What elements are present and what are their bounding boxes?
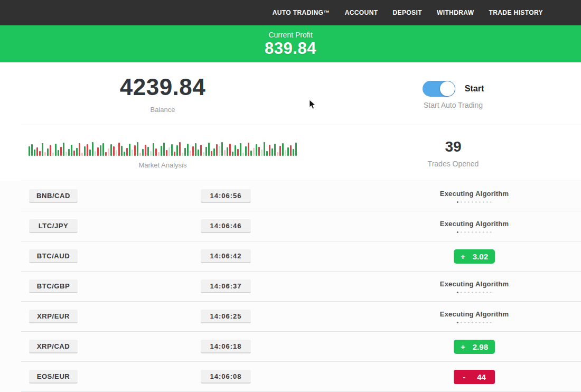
current-profit-value: 839.84 <box>0 40 581 58</box>
pair-badge: BNB/CAD <box>29 189 78 203</box>
auto-trading-app: AUTO TRADING™ ACCOUNT DEPOSIT WITHDRAW T… <box>0 0 581 392</box>
progress-dots <box>457 231 492 233</box>
current-profit-banner: Current Profit 839.84 <box>0 25 581 62</box>
nav-deposit[interactable]: DEPOSIT <box>392 9 421 16</box>
pair-badge: LTC/JPY <box>29 219 78 233</box>
nav-withdraw[interactable]: WITHDRAW <box>437 9 474 16</box>
market-analysis-label: Market Analysis <box>138 161 186 169</box>
time-badge: 14:06:46 <box>201 219 251 233</box>
current-profit-label: Current Profit <box>0 31 581 39</box>
trade-row: XRP/CAD 14:06:18 + 2.98 <box>0 332 581 362</box>
executing-algorithm-label: Executing Algorithm <box>440 310 509 318</box>
toggle-knob <box>440 81 455 96</box>
progress-dots <box>457 322 492 323</box>
profit-value: 3.02 <box>473 252 488 261</box>
executing-algorithm-label: Executing Algorithm <box>440 190 509 198</box>
pair-badge: EOS/EUR <box>29 370 78 384</box>
time-badge: 14:06:56 <box>201 189 251 203</box>
loss-value: 44 <box>477 372 486 381</box>
trade-row: BNB/CAD 14:06:56 Executing Algorithm <box>0 181 581 211</box>
trade-status: + 3.02 <box>454 241 495 272</box>
loss-badge: - 44 <box>454 370 495 384</box>
market-section: Market Analysis 39 Trades Opened <box>0 125 581 181</box>
profit-value: 2.98 <box>473 342 488 351</box>
top-navbar: AUTO TRADING™ ACCOUNT DEPOSIT WITHDRAW T… <box>0 0 581 25</box>
market-analysis-chart <box>29 141 297 156</box>
trade-status: + 2.98 <box>454 332 495 362</box>
time-badge: 14:06:08 <box>201 370 251 384</box>
profit-sign: + <box>461 252 465 261</box>
start-auto-trading-caption: Start Auto Trading <box>424 101 483 109</box>
pair-badge: XRP/EUR <box>29 310 78 323</box>
toggle-start-label: Start <box>465 84 484 94</box>
trades-list: BNB/CAD 14:06:56 Executing Algorithm LTC… <box>0 181 581 392</box>
profit-sign: + <box>461 342 465 351</box>
trade-row: BTC/AUD 14:06:42 + 3.02 <box>0 241 581 272</box>
time-badge: 14:06:37 <box>201 279 251 293</box>
trade-status: Executing Algorithm <box>440 181 509 211</box>
pair-badge: XRP/CAD <box>29 340 78 353</box>
balance-value: 4239.84 <box>120 74 206 100</box>
loss-sign: - <box>463 372 465 381</box>
trade-row: XRP/EUR 14:06:25 Executing Algorithm <box>0 302 581 332</box>
trade-row: EOS/EUR 14:06:08 - 44 <box>0 362 581 392</box>
trade-status: Executing Algorithm <box>440 302 509 332</box>
time-badge: 14:06:25 <box>201 310 251 323</box>
auto-trading-toggle[interactable] <box>423 81 455 97</box>
time-badge: 14:06:42 <box>201 249 251 263</box>
trade-status: - 44 <box>454 362 495 392</box>
pair-badge: BTC/AUD <box>29 249 78 263</box>
trades-opened-value: 39 <box>445 138 461 155</box>
trade-status: Executing Algorithm <box>440 211 509 241</box>
progress-dots <box>457 201 492 203</box>
balance-section: 4239.84 Balance Start Start Auto Trading <box>0 62 581 125</box>
balance-label: Balance <box>151 106 175 114</box>
pair-badge: BTC/GBP <box>29 279 78 293</box>
time-badge: 14:06:18 <box>201 340 251 353</box>
executing-algorithm-label: Executing Algorithm <box>440 220 509 228</box>
trade-row: LTC/JPY 14:06:46 Executing Algorithm <box>0 211 581 241</box>
trade-row: BTC/GBP 14:06:37 Executing Algorithm <box>0 272 581 302</box>
profit-badge: + 2.98 <box>454 340 495 354</box>
profit-badge: + 3.02 <box>454 249 495 264</box>
trade-status: Executing Algorithm <box>440 272 509 302</box>
progress-dots <box>457 292 492 293</box>
trades-opened-label: Trades Opened <box>428 160 479 168</box>
nav-trade-history[interactable]: TRADE HISTORY <box>489 9 543 16</box>
nav-auto-trading[interactable]: AUTO TRADING™ <box>273 9 330 16</box>
executing-algorithm-label: Executing Algorithm <box>440 280 509 288</box>
nav-account[interactable]: ACCOUNT <box>345 9 378 16</box>
